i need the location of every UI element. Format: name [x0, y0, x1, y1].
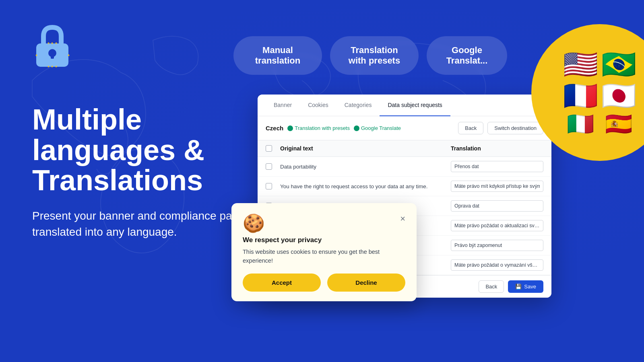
tab-google-translate[interactable]: GoogleTranslat... — [427, 36, 507, 75]
table-row: You have the right to request access to … — [258, 177, 551, 196]
tab-manual-translation[interactable]: Manual translation — [233, 36, 322, 75]
cookie-close-button[interactable]: × — [400, 214, 405, 223]
dot-green2-icon — [354, 125, 359, 131]
cookie-popup-header: 🍪 × — [243, 214, 405, 232]
svg-text:★ ★ ★: ★ ★ ★ — [47, 65, 57, 68]
tab-categories-label: Categories — [345, 102, 372, 108]
row5-translation-input[interactable] — [451, 240, 543, 251]
badge-google-translate: Google Translate — [354, 125, 401, 131]
cookie-popup: 🍪 × We respect your privacy This website… — [231, 203, 417, 301]
tab-presets-label: Translationwith presets — [349, 45, 400, 66]
panel-header: Czech Translation with presets Google Tr… — [258, 116, 551, 140]
tab-banner-label: Banner — [274, 102, 292, 108]
headline-title: Multiple languages & Translations — [32, 105, 258, 196]
table-header-row: Original text Translation — [258, 140, 551, 157]
dot-green-icon — [287, 125, 293, 131]
tab-data-subject-label: Data subject requests — [388, 102, 442, 108]
svg-text:★: ★ — [35, 53, 38, 57]
cookie-buttons: Accept Decline — [243, 274, 405, 292]
back-button-header[interactable]: Back — [458, 122, 483, 134]
row1-original: Data portability — [280, 164, 451, 170]
save-label: Save — [524, 284, 536, 290]
row2-original: You have the right to request access to … — [280, 183, 451, 189]
badge2-text: Google Translate — [361, 125, 401, 131]
lock-icon-container: ★ ★ ★ ★ ★ ★ ★ ★ — [32, 24, 72, 68]
language-label: Czech — [266, 125, 283, 132]
tab-manual-label: Manual translation — [255, 45, 300, 66]
row4-translation-input[interactable] — [451, 220, 543, 231]
back-button-footer[interactable]: Back — [479, 280, 504, 293]
eu-lock-icon: ★ ★ ★ ★ ★ ★ ★ ★ — [32, 24, 72, 68]
headline-area: Multiple languages & Translations Presen… — [32, 105, 258, 241]
save-icon: 💾 — [515, 284, 522, 290]
svg-text:★ ★ ★: ★ ★ ★ — [47, 41, 57, 45]
tab-categories[interactable]: Categories — [336, 95, 380, 116]
row2-checkbox[interactable] — [266, 183, 272, 189]
panel-header-right: Back Switch destination — [458, 122, 543, 134]
tab-data-subject[interactable]: Data subject requests — [380, 95, 450, 116]
switch-destination-button[interactable]: Switch destination — [487, 122, 543, 134]
cookie-body: This website uses cookies to ensure you … — [243, 247, 405, 265]
svg-text:★: ★ — [67, 53, 70, 57]
row1-translation-input[interactable] — [451, 161, 543, 172]
accept-button[interactable]: Accept — [243, 274, 321, 292]
badge-translation-presets: Translation with presets — [287, 125, 350, 131]
flag-es: 🇪🇸 — [601, 113, 636, 135]
table-row: Data portability — [258, 157, 551, 177]
svg-rect-2 — [51, 53, 54, 59]
headline-subtitle-text: Present your banner and compliance pages… — [32, 210, 250, 239]
headline-subtitle: Present your banner and compliance pages… — [32, 208, 258, 241]
flags-grid: 🇺🇸 🇧🇷 🇫🇷 🇯🇵 🇮🇹 🇪🇸 — [555, 42, 644, 143]
headline-title-text: Multiple languages & Translations — [32, 103, 204, 196]
flag-fr: 🇫🇷 — [563, 82, 598, 110]
panel-header-left: Czech Translation with presets Google Tr… — [266, 125, 401, 132]
cookie-title: We respect your privacy — [243, 236, 405, 244]
tab-translation-presets[interactable]: Translationwith presets — [330, 36, 419, 75]
flag-it: 🇮🇹 — [563, 113, 598, 135]
select-all-checkbox[interactable] — [266, 145, 272, 152]
col-translation-header: Translation — [451, 145, 543, 152]
save-button[interactable]: 💾 Save — [508, 280, 543, 293]
flag-br: 🇧🇷 — [601, 50, 636, 78]
cookie-icon: 🍪 — [243, 214, 265, 232]
flag-jp: 🇯🇵 — [601, 82, 636, 110]
col-original-header: Original text — [280, 145, 451, 152]
tab-cookies[interactable]: Cookies — [300, 95, 336, 116]
decline-button[interactable]: Decline — [327, 274, 405, 292]
tab-google-label: GoogleTranslat... — [446, 45, 488, 66]
panel-tabs: Banner Cookies Categories Data subject r… — [258, 95, 551, 116]
row3-translation-input[interactable] — [451, 200, 543, 212]
tab-banner[interactable]: Banner — [266, 95, 300, 116]
row6-translation-input[interactable] — [451, 259, 543, 271]
flag-us: 🇺🇸 — [563, 50, 598, 78]
row2-translation-input[interactable] — [451, 181, 543, 192]
tab-buttons-container: Manual translation Translationwith prese… — [233, 36, 507, 75]
row1-checkbox[interactable] — [266, 163, 272, 170]
tab-cookies-label: Cookies — [308, 102, 328, 108]
badge1-text: Translation with presets — [295, 125, 350, 131]
